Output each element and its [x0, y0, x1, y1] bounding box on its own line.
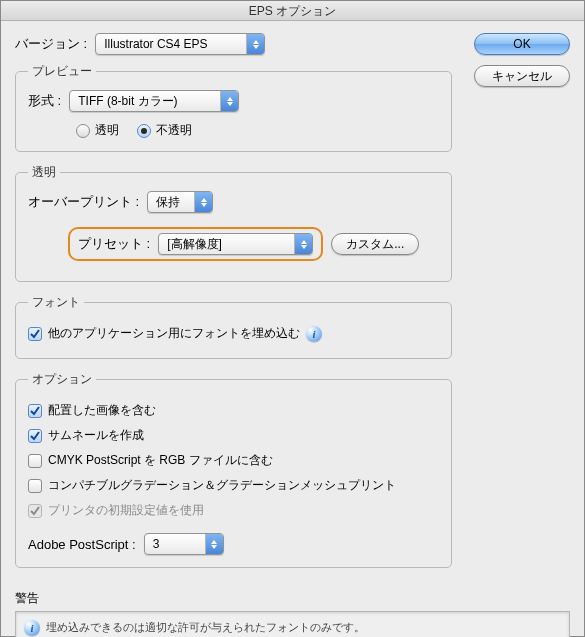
dialog-window: EPS オプション バージョン : Illustrator CS4 EPS プレ… — [0, 0, 585, 637]
check-embed-fonts[interactable]: 他のアプリケーション用にフォントを埋め込む i — [28, 325, 322, 342]
format-label: 形式 : — [28, 92, 61, 110]
include-placed-label: 配置した画像を含む — [48, 402, 156, 419]
info-icon: i — [306, 326, 322, 342]
cancel-button-label: キャンセル — [492, 68, 552, 85]
version-value: Illustrator CS4 EPS — [104, 37, 213, 51]
overprint-value: 保持 — [156, 194, 186, 211]
radio-opaque-label: 不透明 — [156, 122, 192, 139]
postscript-select[interactable]: 3 — [144, 533, 224, 555]
check-printer-defaults: プリンタの初期設定値を使用 — [28, 502, 204, 519]
version-label: バージョン : — [15, 35, 87, 53]
preview-legend: プレビュー — [28, 63, 96, 80]
overprint-label: オーバープリント : — [28, 193, 139, 211]
transparency-group: 透明 オーバープリント : 保持 プリセット : — [15, 164, 452, 282]
chevron-updown-icon — [294, 234, 312, 254]
printer-defaults-label: プリンタの初期設定値を使用 — [48, 502, 204, 519]
check-cmyk-rgb[interactable]: CMYK PostScript を RGB ファイルに含む — [28, 452, 273, 469]
radio-icon — [76, 124, 90, 138]
cancel-button[interactable]: キャンセル — [474, 65, 570, 87]
warnings-section: 警告 i 埋め込みできるのは適切な許可が与えられたフォントのみです。 i 透明部… — [15, 590, 570, 637]
checkbox-icon — [28, 404, 42, 418]
warning-text: 埋め込みできるのは適切な許可が与えられたフォントのみです。 — [46, 621, 365, 635]
transparency-legend: 透明 — [28, 164, 60, 181]
checkbox-icon — [28, 327, 42, 341]
format-select[interactable]: TIFF (8-bit カラー) — [69, 90, 239, 112]
compatible-gradient-label: コンパチブルグラデーション＆グラデーションメッシュプリント — [48, 477, 396, 494]
embed-fonts-label: 他のアプリケーション用にフォントを埋め込む — [48, 325, 300, 342]
custom-button[interactable]: カスタム... — [331, 233, 419, 255]
ok-button[interactable]: OK — [474, 33, 570, 55]
warnings-list[interactable]: i 埋め込みできるのは適切な許可が与えられたフォントのみです。 i 透明部分が含… — [15, 611, 570, 637]
options-legend: オプション — [28, 371, 96, 388]
warnings-title: 警告 — [15, 590, 570, 607]
preset-select[interactable]: [高解像度] — [158, 233, 313, 255]
radio-opaque[interactable]: 不透明 — [137, 122, 192, 139]
preview-group: プレビュー 形式 : TIFF (8-bit カラー) 透明 — [15, 63, 452, 152]
font-legend: フォント — [28, 294, 84, 311]
checkbox-icon — [28, 504, 42, 518]
chevron-updown-icon — [205, 534, 223, 554]
postscript-value: 3 — [153, 537, 166, 551]
checkbox-icon — [28, 429, 42, 443]
chevron-updown-icon — [246, 34, 264, 54]
warning-item: i 埋め込みできるのは適切な許可が与えられたフォントのみです。 — [24, 618, 561, 637]
chevron-updown-icon — [194, 192, 212, 212]
radio-transparent[interactable]: 透明 — [76, 122, 119, 139]
radio-icon — [137, 124, 151, 138]
info-icon: i — [24, 620, 40, 636]
format-value: TIFF (8-bit カラー) — [78, 93, 183, 110]
postscript-label: Adobe PostScript : — [28, 537, 136, 552]
version-select[interactable]: Illustrator CS4 EPS — [95, 33, 265, 55]
options-group: オプション 配置した画像を含む サムネールを作成 — [15, 371, 452, 568]
preset-highlight: プリセット : [高解像度] — [68, 227, 323, 261]
titlebar: EPS オプション — [1, 1, 584, 21]
preset-value: [高解像度] — [167, 236, 228, 253]
cmyk-rgb-label: CMYK PostScript を RGB ファイルに含む — [48, 452, 273, 469]
check-compatible-gradient[interactable]: コンパチブルグラデーション＆グラデーションメッシュプリント — [28, 477, 396, 494]
font-group: フォント 他のアプリケーション用にフォントを埋め込む i — [15, 294, 452, 359]
checkbox-icon — [28, 454, 42, 468]
chevron-updown-icon — [220, 91, 238, 111]
custom-button-label: カスタム... — [346, 236, 404, 253]
thumbnail-label: サムネールを作成 — [48, 427, 144, 444]
check-include-placed[interactable]: 配置した画像を含む — [28, 402, 156, 419]
radio-transparent-label: 透明 — [95, 122, 119, 139]
checkbox-icon — [28, 479, 42, 493]
window-title: EPS オプション — [249, 4, 336, 18]
preset-label: プリセット : — [78, 235, 150, 253]
check-thumbnail[interactable]: サムネールを作成 — [28, 427, 144, 444]
ok-button-label: OK — [513, 37, 530, 51]
overprint-select[interactable]: 保持 — [147, 191, 213, 213]
